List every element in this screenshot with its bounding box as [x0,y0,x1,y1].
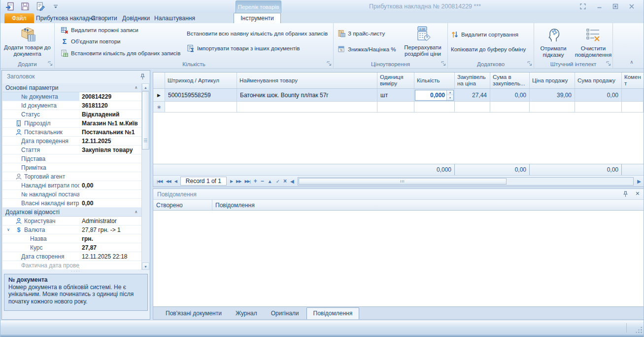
dialog-launcher-icon[interactable] [441,61,446,67]
recalculate-retail-prices-button[interactable]: 0.00 Перерахувати роздрібні ціни [404,23,442,60]
property-row-currency-name[interactable]: Назва грн. [2,234,141,243]
nav-prev-icon[interactable]: ◀ [173,179,178,184]
property-row-article[interactable]: Стаття Закупівля товару [2,146,141,154]
property-row-supplier[interactable]: Постачальник Постачальник №1 [2,128,141,137]
tab-messages[interactable]: Повідомлення [306,307,360,319]
property-row-posting-date[interactable]: Дата проведення 12.11.2025 [2,137,141,146]
property-row-supplier-invoice-number[interactable]: № накладної постача... [2,190,141,199]
section-additional-info[interactable]: Додаткові відомості ∧ [2,208,141,217]
property-row-currency[interactable]: ∨ $ Валюта 27,87 грн. -> 1 [2,225,141,234]
nav-delete-icon[interactable]: − [259,178,266,185]
expander-icon[interactable]: ∨ [7,225,10,234]
column-header-created[interactable]: Створено [153,200,212,210]
cell-sale-price[interactable]: 39,00 [530,89,575,101]
property-row-currency-rate[interactable]: Курс 27,87 [2,243,141,252]
nav-next-page-icon[interactable]: ▶▶ [235,179,242,184]
property-row-doc-id[interactable]: Id документа 36181120 [2,101,141,110]
nav-end-edit-icon[interactable]: ✓ [274,179,281,184]
fullscreen-button[interactable] [579,2,587,10]
property-row-doc-number[interactable]: № документа 200814229 [2,92,141,101]
property-row-sales-agent[interactable]: Торговий агент [2,172,141,181]
property-row-basis[interactable]: Підстава [2,154,141,163]
copy-to-clipboard-button[interactable]: Копіювати до буферу обміну [448,45,534,53]
table-row[interactable]: ▶ 5000159558259 Батончик шок. Bounty пл/… [153,89,644,102]
add-goods-button[interactable]: Додати товари до документа [0,23,54,60]
description-splitter[interactable]: ···· [2,270,149,274]
property-row-department[interactable]: Підрозділ Магазин №1 м.Київ [2,119,141,128]
get-hint-button[interactable]: Отримати підказку [534,24,573,61]
column-header-barcode[interactable]: Штрихкод / Артикул [165,73,237,88]
quantity-input[interactable] [415,90,446,100]
nav-prev-page-icon[interactable]: ◀◀ [164,179,172,184]
spin-down-icon[interactable]: ▼ [447,95,453,100]
clear-messages-button[interactable]: Очистити повідомлення [574,24,612,61]
cell-empty[interactable] [414,102,455,112]
dialog-launcher-icon[interactable] [47,61,53,67]
cell-empty[interactable] [377,102,414,112]
save-button[interactable] [20,1,31,12]
tab-dovidnyky[interactable]: Довідники [119,14,153,23]
tab-stvoryty[interactable]: Створити [88,14,120,23]
delete-empty-rows-button[interactable]: Видалити порожні записи [58,25,184,35]
tab-file[interactable]: Файл [4,13,34,23]
column-header-message[interactable]: Повідомлення [212,200,644,210]
column-header-quantity[interactable]: Кількість [414,73,455,88]
nav-edit-icon[interactable]: ▲ [266,179,274,184]
horizontal-scrollbar[interactable] [298,177,634,186]
column-header-comment[interactable]: Комент [622,73,644,88]
property-row-overhead-supplier[interactable]: Накладні витрати пос... 0,00 [2,181,141,190]
dialog-launcher-icon[interactable] [527,61,533,67]
nav-cancel-edit-icon[interactable]: × [282,178,288,185]
section-main-params[interactable]: Основні параметри ∧ [2,83,141,92]
cell-barcode[interactable]: 5000159558259 [165,89,237,101]
tab-instrumenty[interactable]: Інструменти [234,13,281,23]
column-header-purchase-price[interactable]: Закупівельна ціна [455,73,490,88]
column-header-name[interactable]: Найменування товару [237,73,377,88]
column-header-sale-price[interactable]: Ціна продажу [530,73,575,88]
cell-sale-sum[interactable]: 0,00 [575,89,622,101]
hscroll-left-icon[interactable]: ◀ [289,179,296,184]
nav-last-icon[interactable]: ▶▶| [243,179,251,184]
cell-comment[interactable] [622,89,644,101]
cell-purchase-price[interactable]: 27,44 [455,89,490,101]
column-header-purchase-sum[interactable]: Сума в закупівель... [490,73,530,88]
new-row[interactable]: ∗ [153,102,644,112]
import-goods-button[interactable]: Імпортувати товари з інших документів [184,43,333,53]
minimize-button[interactable] [595,2,603,10]
cell-empty[interactable] [165,102,237,112]
collapse-ribbon-icon[interactable]: ∧ [627,59,637,66]
save-and-post-button[interactable] [4,1,15,12]
property-row-status[interactable]: Статус Відкладений [2,110,141,119]
cell-empty[interactable] [237,102,377,112]
edit-document-button[interactable] [35,1,46,12]
set-quantity-selected-button[interactable]: Встановити кількість для обраних записів [58,48,184,58]
close-button[interactable] [628,2,636,10]
tab-originals[interactable]: Оригінали [265,308,305,319]
scroll-up-icon[interactable]: ▲ [142,83,149,91]
cell-empty[interactable] [455,102,490,112]
cell-purchase-sum[interactable]: 0,00 [490,89,530,101]
dialog-launcher-icon[interactable] [326,61,332,67]
cell-empty[interactable] [622,102,644,112]
remove-sorting-button[interactable]: Видалити сортування [448,30,534,39]
spin-up-icon[interactable]: ▲ [447,90,453,96]
hscroll-right-icon[interactable]: ▶ [636,179,643,184]
set-all-available-button[interactable]: Встановити всю наявну кількість для обра… [184,30,333,37]
dialog-launcher-icon[interactable] [606,61,611,67]
resize-grip[interactable] [635,326,642,333]
quantity-stepper[interactable]: ▲ ▼ [446,90,453,100]
sidebar-scrollbar[interactable]: ▲ ▼ [141,83,149,270]
cell-unit[interactable]: шт [377,89,414,101]
merge-duplicates-button[interactable]: Σ Об'єднати повтори [58,37,184,46]
cell-name[interactable]: Батончик шок. Bounty пл/пак 57г [237,89,377,101]
scrollbar-thumb[interactable] [142,91,149,150]
row-indicator[interactable]: ▶ [153,89,165,101]
customize-toolbar-button[interactable] [50,1,61,12]
cell-empty[interactable] [490,102,530,112]
nav-first-icon[interactable]: |◀◀ [155,179,164,184]
scrollbar-thumb[interactable] [299,178,507,185]
from-price-list-button[interactable]: З прайс-листу [335,29,404,38]
nav-next-icon[interactable]: ▶ [229,179,234,184]
cell-empty[interactable] [575,102,622,112]
property-row-user[interactable]: Користувач Administrator [2,217,141,225]
